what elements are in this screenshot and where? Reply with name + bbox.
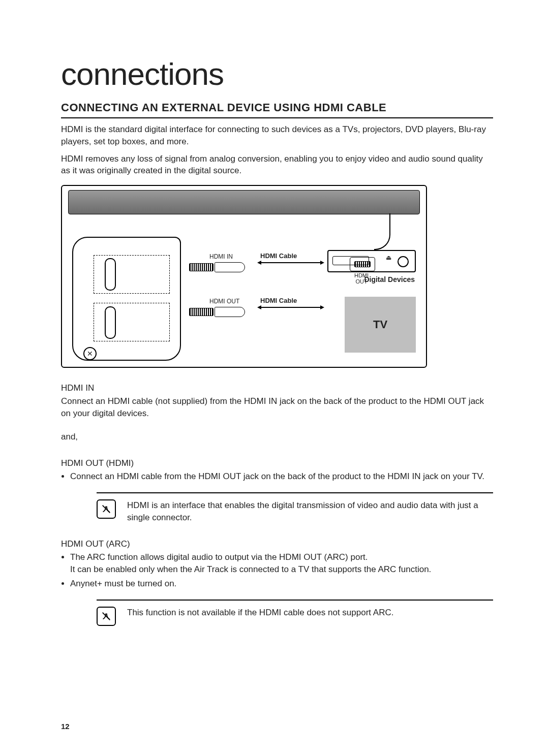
arc-bullet-1-line-1: The ARC function allows digital audio to… bbox=[70, 552, 368, 562]
note-block-2: This function is not available if the HD… bbox=[97, 600, 493, 626]
eject-icon: ⏏ bbox=[386, 254, 391, 261]
hdmi-out-hdmi-bullet-1: Connect an HDMI cable from the HDMI OUT … bbox=[70, 470, 493, 483]
note-text-1: HDMI is an interface that enables the di… bbox=[127, 499, 493, 524]
hdmi-out-label: HDMI OUT bbox=[209, 298, 239, 305]
section-heading: CONNECTING AN EXTERNAL DEVICE USING HDMI… bbox=[61, 101, 493, 118]
hdmi-plug-icon bbox=[189, 262, 245, 271]
page-title: connections bbox=[61, 56, 493, 92]
double-arrow-icon bbox=[260, 262, 321, 263]
hdmi-out-arc-heading: HDMI OUT (ARC) bbox=[61, 539, 493, 549]
hdmi-out-arc-bullet-1: The ARC function allows digital audio to… bbox=[70, 551, 493, 576]
digital-devices-label: Digital Devices bbox=[364, 275, 415, 284]
hdmi-out-port-icon bbox=[105, 306, 116, 339]
hdmi-out-arc-bullet-2: Anynet+ must be turned on. bbox=[70, 578, 493, 590]
hdmi-in-port-icon bbox=[105, 258, 116, 291]
intro-paragraph-1: HDMI is the standard digital interface f… bbox=[61, 123, 493, 148]
note-icon bbox=[97, 499, 116, 519]
tv-icon: TV bbox=[345, 297, 416, 353]
and-text: and, bbox=[61, 431, 493, 443]
tv-label: TV bbox=[373, 318, 387, 331]
soundbar-icon bbox=[68, 190, 420, 214]
hdmi-cable-label-2: HDMI Cable bbox=[260, 297, 297, 304]
note-block-1: HDMI is an interface that enables the di… bbox=[97, 492, 493, 524]
soundbar-side-view: ✕ bbox=[72, 237, 181, 361]
page-number: 12 bbox=[61, 722, 70, 731]
hdmi-cable-label-1: HDMI Cable bbox=[260, 252, 297, 260]
cable-drop-icon bbox=[374, 213, 390, 250]
hdmi-in-body: Connect an HDMI cable (not supplied) fro… bbox=[61, 395, 493, 420]
hdmi-plug-icon bbox=[189, 307, 245, 316]
connection-diagram: ✕ HDMI IN HDMI Cable HDMI OUT HDMI OUT H… bbox=[61, 185, 427, 368]
hdmi-out-hdmi-heading: HDMI OUT (HDMI) bbox=[61, 458, 493, 468]
hdmi-in-heading: HDMI IN bbox=[61, 383, 493, 393]
screw-icon: ✕ bbox=[83, 347, 97, 360]
hdmi-in-label: HDMI IN bbox=[209, 253, 233, 260]
digital-device-icon: ⏏ bbox=[327, 250, 416, 272]
double-arrow-icon bbox=[260, 307, 321, 308]
note-text-2: This function is not available if the HD… bbox=[127, 607, 393, 619]
arc-bullet-1-line-2: It can be enabled only when the Air Trac… bbox=[70, 564, 431, 574]
intro-paragraph-2: HDMI removes any loss of signal from ana… bbox=[61, 153, 493, 177]
note-icon bbox=[97, 607, 116, 626]
